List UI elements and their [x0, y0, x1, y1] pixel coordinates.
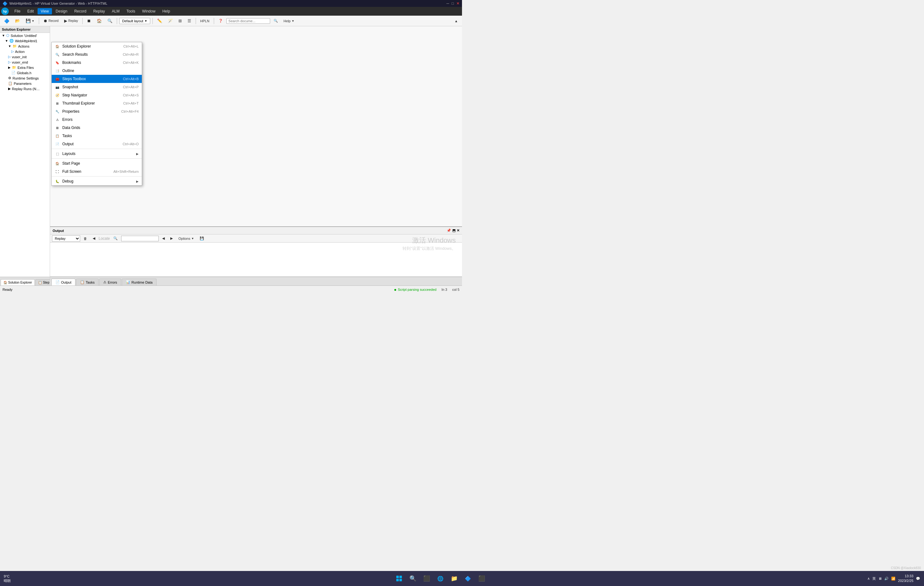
tree-item-actions[interactable]: ▼ 📁 Actions [0, 43, 50, 49]
status-right: ● Script parsing succeeded In 3 col 5 [394, 287, 459, 292]
maximize-btn[interactable]: □ [452, 1, 454, 6]
status-left: Ready [3, 288, 13, 291]
menu-item-layouts[interactable]: ⬚ Layouts ▶ [52, 150, 142, 158]
sidebar: Solution Explorer ▼ ⬡ Solution 'Untitled… [0, 26, 50, 277]
menu-replay[interactable]: Replay [90, 8, 108, 15]
output-nav-right[interactable]: ▶ [168, 235, 175, 242]
toolbar-grid-btn[interactable]: ⊞ [176, 17, 184, 25]
layout-dropdown[interactable]: Default layout ▼ [119, 18, 150, 24]
toolbar-open-btn[interactable]: 📂 [13, 17, 22, 25]
menu-item-bookmarks[interactable]: 🔖 Bookmarks Ctrl+Alt+K [52, 59, 142, 67]
menu-record[interactable]: Record [71, 8, 89, 15]
solution-explorer-icon: 🏠 [55, 44, 60, 49]
sidebar-header: Solution Explorer [0, 26, 50, 33]
menu-item-errors[interactable]: ⚠ Errors [52, 116, 142, 124]
menu-file[interactable]: File [11, 8, 23, 15]
ln-indicator: In 3 [441, 288, 447, 291]
bottom-tab-output[interactable]: 📄 Output [51, 279, 76, 286]
toolbar-search-input[interactable] [226, 18, 270, 24]
layouts-icon: ⬚ [55, 151, 60, 156]
tree-item-extra-files[interactable]: ▶ 📁 Extra Files [0, 65, 50, 70]
menu-edit[interactable]: Edit [24, 8, 37, 15]
minimize-btn[interactable]: ─ [446, 1, 449, 6]
bottom-tab-runtime-data[interactable]: 📊 Runtime Data [122, 279, 157, 286]
menu-item-output[interactable]: 📄 Output Ctrl+Alt+O [52, 140, 142, 148]
close-btn[interactable]: ✕ [456, 1, 459, 6]
bookmarks-icon: 🔖 [55, 60, 60, 65]
debug-arrow: ▶ [136, 180, 139, 183]
tree-item-vuser-end[interactable]: ▷ vuser_end [0, 59, 50, 65]
menu-item-snapshot[interactable]: 📷 Snapshot Ctrl+Alt+P [52, 83, 142, 91]
menu-design[interactable]: Design [53, 8, 71, 15]
bottom-tab-tasks[interactable]: 📋 Tasks [76, 279, 99, 286]
output-float-btn[interactable]: ⬒ [452, 228, 455, 233]
output-clear-btn[interactable]: 🗑 [81, 235, 89, 242]
tree-item-webhttphtml[interactable]: ▼ 🌐 WebHttpHtml1 [0, 38, 50, 43]
tree-item-solution[interactable]: ▼ ⬡ Solution 'Untitled' [0, 33, 50, 38]
menu-window[interactable]: Window [139, 8, 159, 15]
menu-divider-3 [52, 176, 142, 177]
script-status: ● Script parsing succeeded [394, 287, 436, 292]
full-screen-icon: ⛶ [55, 169, 60, 174]
window-controls[interactable]: ─ □ ✕ [446, 1, 459, 6]
menu-item-data-grids[interactable]: ⊞ Data Grids [52, 124, 142, 132]
output-panel: Output 📌 ⬒ ✕ Replay 🗑 ◀ Locate 🔍 ◀ ▶ [50, 226, 462, 276]
tree-item-replay-runs[interactable]: ▶ Replay Runs (No Ru... [0, 86, 50, 91]
output-nav-left[interactable]: ◀ [160, 235, 167, 242]
search-results-icon: 🔍 [55, 52, 60, 57]
toolbar-hpln-btn[interactable]: HPLN [198, 18, 211, 24]
toolbar-save-btn[interactable]: 💾 ▼ [23, 17, 36, 25]
toolbar-vuhome-btn[interactable]: 🏠 [94, 17, 104, 25]
tasks-icon: 📋 [55, 133, 60, 139]
output-title: Output [53, 229, 64, 233]
tree-item-params[interactable]: 📋 Parameters [0, 81, 50, 86]
toolbar-pen-btn[interactable]: ✏️ [155, 17, 164, 25]
menu-item-properties[interactable]: 🔧 Properties Ctrl+Alt+F4 [52, 107, 142, 116]
bottom-tab-errors[interactable]: ⚠ Errors [99, 279, 121, 286]
output-search-icon[interactable]: 🔍 [111, 235, 120, 242]
menu-alm[interactable]: ALM [109, 8, 123, 15]
status-bar: Ready ● Script parsing succeeded In 3 co… [0, 286, 462, 293]
toolbar-collapse-btn[interactable]: ▲ [452, 18, 460, 24]
menu-item-full-screen[interactable]: ⛶ Full Screen Alt+Shift+Return [52, 167, 142, 176]
menu-item-step-navigator[interactable]: 🧭 Step Navigator Ctrl+Alt+S [52, 91, 142, 99]
toolbar-magic-btn[interactable]: 🪄 [166, 17, 175, 25]
menu-tools[interactable]: Tools [123, 8, 139, 15]
menu-item-start-page[interactable]: 🏠 Start Page [52, 159, 142, 167]
output-source-select[interactable]: Replay [52, 235, 80, 242]
output-close-btn[interactable]: ✕ [457, 228, 459, 233]
toolbar-list-btn[interactable]: ☰ [185, 17, 193, 25]
menu-item-debug[interactable]: 🐛 Debug ▶ [52, 177, 142, 185]
toolbar-help-dropdown[interactable]: Help ▼ [281, 18, 297, 24]
snapshot-icon: 📷 [55, 84, 60, 89]
menu-help[interactable]: Help [159, 8, 173, 15]
toolbar-record-btn[interactable]: ⏺ Record [41, 17, 61, 25]
toolbar-new-btn[interactable]: 🔷 [2, 17, 12, 25]
menu-item-search-results[interactable]: 🔍 Search Results Ctrl+Alt+R [52, 50, 142, 59]
data-grids-icon: ⊞ [55, 125, 60, 130]
menu-bar: hp File Edit View Design Record Replay A… [0, 7, 462, 16]
window-title: WebHttpHtml1 - HP Virtual User Generator… [9, 2, 107, 5]
output-options-btn[interactable]: Options ▼ [176, 235, 196, 242]
menu-item-steps-toolbox[interactable]: 🧰 Steps Toolbox Ctrl+Alt+B [52, 75, 142, 83]
tree-item-vuser-init[interactable]: ▷ vuser_init [0, 54, 50, 59]
toolbar-stop-btn[interactable]: ⏹ [85, 17, 93, 25]
toolbar-help-icon[interactable]: ❓ [216, 18, 225, 24]
menu-item-outline[interactable]: 📑 Outline [52, 67, 142, 75]
sidebar-tab-solution-explorer[interactable]: 🏠 Solution Explorer [1, 279, 35, 286]
menu-item-solution-explorer[interactable]: 🏠 Solution Explorer Ctrl+Alt+L [52, 42, 142, 50]
menu-item-thumbnail-explorer[interactable]: ⊞ Thumbnail Explorer Ctrl+Alt+T [52, 99, 142, 107]
toolbar-search-go[interactable]: 🔍 [271, 18, 280, 24]
output-prev-btn[interactable]: ◀ [91, 235, 97, 242]
menu-item-tasks[interactable]: 📋 Tasks [52, 132, 142, 140]
output-save-btn[interactable]: 💾 [198, 235, 206, 242]
menu-view[interactable]: View [38, 8, 52, 15]
tree-item-globals[interactable]: 📄 Globals.h [0, 70, 50, 76]
output-content[interactable] [50, 243, 462, 276]
tree-item-runtime[interactable]: ⚙ Runtime Settings [0, 76, 50, 81]
output-search-input[interactable] [121, 236, 159, 241]
tree-item-action[interactable]: ▷ Action [0, 49, 50, 54]
output-pin-btn[interactable]: 📌 [447, 228, 451, 233]
toolbar-replay-btn[interactable]: ▶ Replay [62, 17, 80, 25]
toolbar-search-btn[interactable]: 🔍 [105, 17, 115, 25]
